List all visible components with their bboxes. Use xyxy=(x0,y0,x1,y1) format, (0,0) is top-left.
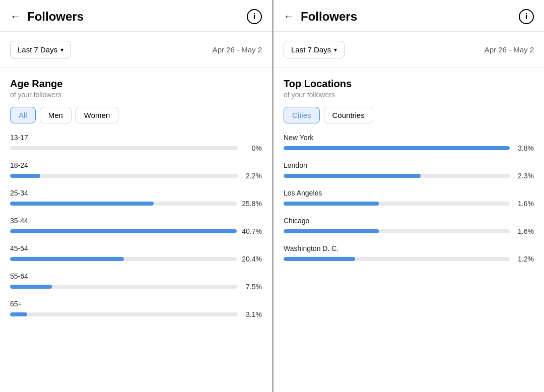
bar-fill xyxy=(10,312,27,316)
left-panel: ← Followers i Last 7 Days ▾ Apr 26 - May… xyxy=(0,0,272,392)
left-section-header: Age Range of your followers All Men Wome… xyxy=(0,68,272,134)
bar-item: Chicago 1.6% xyxy=(284,217,534,235)
right-section-subtitle: of your followers xyxy=(284,91,534,99)
bar-track xyxy=(10,285,238,289)
right-page-title: Followers xyxy=(301,10,519,24)
right-back-button[interactable]: ← xyxy=(284,10,295,23)
bar-track xyxy=(284,174,510,178)
bar-track xyxy=(284,202,510,206)
bar-fill xyxy=(10,285,52,289)
bar-label: 18-24 xyxy=(10,161,262,169)
bar-track xyxy=(10,146,238,150)
bar-row: 2.3% xyxy=(284,172,534,180)
bar-label: 65+ xyxy=(10,300,262,308)
bar-track xyxy=(10,257,237,261)
bar-item: 25-34 25.8% xyxy=(10,189,262,208)
bar-row: 40.7% xyxy=(10,227,262,235)
right-info-icon[interactable]: i xyxy=(519,9,534,24)
left-page-title: Followers xyxy=(27,10,247,24)
bar-label: 55-64 xyxy=(10,272,262,280)
bar-track xyxy=(10,229,237,233)
left-section-title: Age Range xyxy=(10,78,262,90)
bar-fill xyxy=(284,146,510,150)
bar-track xyxy=(284,229,510,233)
bar-row: 3.8% xyxy=(284,144,534,152)
tab-men[interactable]: Men xyxy=(40,107,72,123)
bar-label: 45-54 xyxy=(10,244,262,252)
tab-cities[interactable]: Cities xyxy=(284,107,320,123)
bar-value: 7.5% xyxy=(243,283,262,291)
bar-value: 3.1% xyxy=(243,310,262,318)
left-header: ← Followers i xyxy=(0,0,272,32)
right-chevron-icon: ▾ xyxy=(334,46,337,53)
right-header: ← Followers i xyxy=(274,0,544,32)
tab-countries[interactable]: Countries xyxy=(324,107,373,123)
bar-value: 3.8% xyxy=(515,144,534,152)
bar-fill xyxy=(284,257,355,261)
bar-label: Los Angeles xyxy=(284,189,534,197)
bar-row: 7.5% xyxy=(10,283,262,291)
bar-row: 20.4% xyxy=(10,255,262,263)
bar-fill xyxy=(10,257,124,261)
bar-label: 13-17 xyxy=(10,134,262,142)
bar-item: London 2.3% xyxy=(284,161,534,180)
bar-row: 1.6% xyxy=(284,227,534,235)
tab-all[interactable]: All xyxy=(10,107,36,123)
bar-row: 3.1% xyxy=(10,310,262,318)
bar-value: 2.3% xyxy=(515,172,534,180)
bar-track xyxy=(10,312,238,316)
bar-fill xyxy=(10,174,40,178)
bar-row: 0% xyxy=(10,144,262,152)
bar-track xyxy=(284,257,510,261)
right-date-range: Apr 26 - May 2 xyxy=(485,45,534,54)
tab-women[interactable]: Women xyxy=(76,107,118,123)
bar-fill xyxy=(10,202,154,206)
left-tab-row: All Men Women xyxy=(10,107,262,123)
bar-value: 1.6% xyxy=(515,227,534,235)
bar-row: 1.2% xyxy=(284,255,534,263)
bar-fill xyxy=(10,229,237,233)
bar-item: 13-17 0% xyxy=(10,134,262,152)
bar-label: Chicago xyxy=(284,217,534,225)
bar-value: 2.2% xyxy=(243,172,262,180)
bar-item: 18-24 2.2% xyxy=(10,161,262,180)
left-dropdown-label: Last 7 Days xyxy=(18,45,57,54)
left-date-range: Apr 26 - May 2 xyxy=(213,45,262,54)
bar-item: New York 3.8% xyxy=(284,134,534,152)
bar-value: 1.2% xyxy=(515,255,534,263)
bar-item: 35-44 40.7% xyxy=(10,217,262,235)
right-section-title: Top Locations xyxy=(284,78,534,90)
right-dropdown-label: Last 7 Days xyxy=(291,45,331,54)
bar-row: 2.2% xyxy=(10,172,262,180)
bar-track xyxy=(284,146,510,150)
bar-label: Washington D. C. xyxy=(284,244,534,252)
bar-item: 45-54 20.4% xyxy=(10,244,262,263)
bar-value: 0% xyxy=(243,144,262,152)
left-filter-row: Last 7 Days ▾ Apr 26 - May 2 xyxy=(0,32,272,68)
left-bar-list: 13-17 0% 18-24 2.2% 25-34 25.8% 35-44 xyxy=(0,134,272,392)
bar-track xyxy=(10,202,237,206)
bar-label: New York xyxy=(284,134,534,142)
bar-fill xyxy=(284,174,421,178)
bar-label: 25-34 xyxy=(10,189,262,197)
bar-item: 65+ 3.1% xyxy=(10,300,262,318)
right-date-dropdown[interactable]: Last 7 Days ▾ xyxy=(284,41,345,58)
left-chevron-icon: ▾ xyxy=(60,46,63,53)
bar-item: 55-64 7.5% xyxy=(10,272,262,291)
bar-fill xyxy=(284,229,379,233)
bar-value: 20.4% xyxy=(242,255,262,263)
bar-label: 35-44 xyxy=(10,217,262,225)
bar-row: 25.8% xyxy=(10,200,262,208)
bar-value: 25.8% xyxy=(242,200,262,208)
left-back-button[interactable]: ← xyxy=(10,10,21,23)
right-section-header: Top Locations of your followers Cities C… xyxy=(274,68,544,134)
bar-row: 1.6% xyxy=(284,200,534,208)
right-bar-list: New York 3.8% London 2.3% Los Angeles 1.… xyxy=(274,134,544,392)
left-info-icon[interactable]: i xyxy=(247,9,262,24)
bar-item: Los Angeles 1.6% xyxy=(284,189,534,208)
right-filter-row: Last 7 Days ▾ Apr 26 - May 2 xyxy=(274,32,544,68)
left-date-dropdown[interactable]: Last 7 Days ▾ xyxy=(10,41,71,58)
bar-item: Washington D. C. 1.2% xyxy=(284,244,534,263)
right-tab-row: Cities Countries xyxy=(284,107,534,123)
bar-track xyxy=(10,174,238,178)
